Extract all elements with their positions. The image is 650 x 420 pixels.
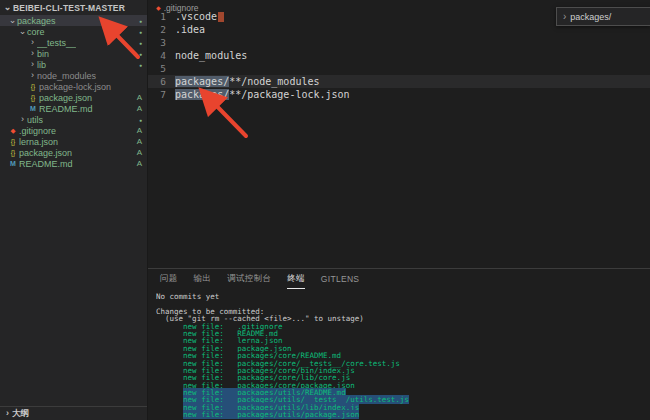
git-added-badge: A <box>137 104 142 113</box>
tree-item-label: __tests__ <box>37 38 76 48</box>
git-status-dot: ● <box>139 62 142 68</box>
terminal-line: No commits yet <box>156 293 650 300</box>
tree-item-package-lock-json[interactable]: {}package-lock.json <box>0 81 147 92</box>
terminal-line: new file: packages/utils/package.json <box>156 411 650 418</box>
tree-item-label: lib <box>37 60 46 70</box>
bottom-panel: 问题输出调试控制台终端GITLENS No commits yetChanges… <box>148 268 650 420</box>
tree-item-package-json[interactable]: {}package.jsonA <box>0 92 147 103</box>
terminal-newfile-entry: new file: packages/utils/package.json <box>183 410 359 419</box>
code-line-7[interactable]: 7packages/**/package-lock.json <box>148 88 650 101</box>
line-number: 3 <box>148 36 166 49</box>
tree-item-label: package-lock.json <box>39 82 111 92</box>
line-number: 5 <box>148 62 166 75</box>
terminal-output[interactable]: No commits yetChanges to be committed: (… <box>156 293 650 420</box>
panel-tab-debug-console[interactable]: 调试控制台 <box>227 269 271 289</box>
tree-item--gitignore[interactable]: ◆.gitignoreA <box>0 125 147 136</box>
code-text: node_modules <box>175 50 247 61</box>
chevron-right-icon: › <box>28 60 37 69</box>
chevron-right-icon: › <box>18 115 27 124</box>
file-tree: ⌄packages●⌄core●›__tests__●›bin●›lib●›no… <box>0 15 147 169</box>
git-file-icon: ◆ <box>8 127 18 135</box>
json-file-icon: {} <box>28 83 38 90</box>
git-added-badge: A <box>137 148 142 157</box>
panel-tab-gitlens[interactable]: GITLENS <box>321 269 359 289</box>
tree-item-packages[interactable]: ⌄packages● <box>0 15 147 26</box>
tree-item-label: utils <box>27 115 43 125</box>
json-file-icon: {} <box>8 149 18 156</box>
tree-item-label: core <box>27 27 45 37</box>
git-status-dot: ● <box>139 40 142 46</box>
explorer-sidebar: ⌄ BEIBEI-CLI-TEST-MASTER ⌄packages●⌄core… <box>0 0 148 420</box>
git-added-badge: A <box>137 159 142 168</box>
line-number: 7 <box>148 88 166 101</box>
vscode-window: { "colors": { "added_green": "#81b88b", … <box>0 0 650 420</box>
explorer-section-header[interactable]: ⌄ BEIBEI-CLI-TEST-MASTER <box>0 0 147 15</box>
tree-item-label: bin <box>37 49 49 59</box>
chevron-right-icon: › <box>28 49 37 58</box>
chevron-right-icon: › <box>563 11 566 22</box>
git-added-badge: A <box>137 93 142 102</box>
tree-item-package-json[interactable]: {}package.jsonA <box>0 147 147 158</box>
chevron-right-icon: › <box>3 409 12 418</box>
code-line-6[interactable]: 6packages/**/node_modules <box>148 75 650 88</box>
git-status-dot: ● <box>139 18 142 24</box>
tree-item--tests-[interactable]: ›__tests__● <box>0 37 147 48</box>
find-match-highlight: packages/ <box>175 76 229 87</box>
panel-tab-problems[interactable]: 问题 <box>160 269 178 289</box>
outline-label: 大纲 <box>12 408 29 420</box>
md-file-icon: M <box>8 160 18 167</box>
tree-item-utils[interactable]: ›utils● <box>0 114 147 125</box>
panel-tab-terminal[interactable]: 终端 <box>287 269 305 289</box>
tree-item-label: README.md <box>19 159 73 169</box>
tree-item-lerna-json[interactable]: {}lerna.jsonA <box>0 136 147 147</box>
panel-tab-bar: 问题输出调试控制台终端GITLENS <box>148 269 650 289</box>
git-status-dot: ● <box>139 29 142 35</box>
git-status-dot: ● <box>139 51 142 57</box>
tree-item-node-modules[interactable]: ›node_modules <box>0 70 147 81</box>
tree-item-label: node_modules <box>37 71 96 81</box>
find-match-highlight: packages/ <box>175 89 229 100</box>
chevron-down-icon: ⌄ <box>8 16 17 25</box>
code-line-4[interactable]: 4node_modules <box>148 49 650 62</box>
tree-item-label: packages <box>17 16 56 26</box>
code-line-5[interactable]: 5 <box>148 62 650 75</box>
md-file-icon: M <box>28 105 38 112</box>
line-number: 2 <box>148 23 166 36</box>
chevron-down-icon: ⌄ <box>3 3 12 12</box>
project-title: BEIBEI-CLI-TEST-MASTER <box>13 3 125 13</box>
git-added-badge: A <box>137 126 142 135</box>
chevron-down-icon: ⌄ <box>18 27 27 36</box>
line-number: 4 <box>148 49 166 62</box>
tree-item-label: package.json <box>39 93 92 103</box>
tree-item-label: .gitignore <box>19 126 56 136</box>
outline-section-header[interactable]: › 大纲 <box>0 406 147 420</box>
panel-tab-output[interactable]: 输出 <box>194 269 212 289</box>
tree-item-lib[interactable]: ›lib● <box>0 59 147 70</box>
line-number: 1 <box>148 10 166 23</box>
code-text: packages/**/node_modules <box>175 76 320 87</box>
find-widget[interactable]: › packages/ <box>556 7 650 26</box>
text-cursor <box>218 12 224 22</box>
tree-item-label: package.json <box>19 148 72 158</box>
chevron-right-icon: › <box>28 71 37 80</box>
editor-area: ◆ .gitignore › packages/ 1.vscode2.idea3… <box>148 0 650 268</box>
json-file-icon: {} <box>28 94 38 101</box>
tree-item-bin[interactable]: ›bin● <box>0 48 147 59</box>
code-line-3[interactable]: 3 <box>148 36 650 49</box>
line-number: 6 <box>148 75 166 88</box>
code-text: .idea <box>175 24 205 35</box>
git-status-dot: ● <box>139 117 142 123</box>
tree-item-readme-md[interactable]: MREADME.mdA <box>0 158 147 169</box>
tree-item-readme-md[interactable]: MREADME.mdA <box>0 103 147 114</box>
json-file-icon: {} <box>8 138 18 145</box>
find-input[interactable]: packages/ <box>570 12 611 22</box>
git-added-badge: A <box>137 137 142 146</box>
chevron-right-icon: › <box>28 38 37 47</box>
tree-item-core[interactable]: ⌄core● <box>0 26 147 37</box>
tree-item-label: README.md <box>39 104 93 114</box>
code-text: .vscode <box>175 11 224 22</box>
code-text: packages/**/package-lock.json <box>175 89 350 100</box>
tree-item-label: lerna.json <box>19 137 58 147</box>
